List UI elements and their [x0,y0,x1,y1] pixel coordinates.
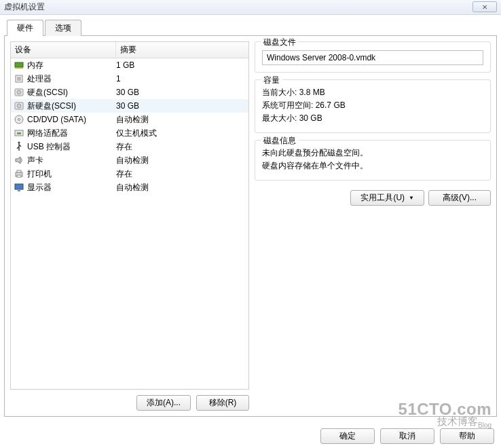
device-row[interactable]: 新硬盘(SCSI)30 GB [11,99,248,113]
device-row[interactable]: 打印机存在 [11,167,248,181]
device-row[interactable]: 硬盘(SCSI)30 GB [11,86,248,99]
svg-rect-0 [15,62,23,67]
svg-point-12 [18,142,20,144]
device-summary: 自动检测 [116,155,246,166]
svg-point-5 [17,90,21,94]
device-summary: 仅主机模式 [116,128,246,139]
tab-hardware[interactable]: 硬件 [7,20,43,36]
cd-icon [14,114,24,125]
advanced-button[interactable]: 高级(V)... [428,190,491,206]
device-name: CD/DVD (SATA) [27,115,116,124]
device-list[interactable]: 设备 摘要 内存1 GB处理器1硬盘(SCSI)30 GB新硬盘(SCSI)30… [10,41,249,390]
disk-file-group: 磁盘文件 [255,41,491,73]
dialog-buttons: 确定 取消 帮助 [320,428,494,444]
close-icon: ✕ [482,3,487,11]
device-name: 显示器 [27,182,116,193]
memory-icon [14,60,24,71]
svg-rect-16 [15,184,23,189]
left-column: 设备 摘要 内存1 GB处理器1硬盘(SCSI)30 GB新硬盘(SCSI)30… [10,41,249,411]
utilities-button[interactable]: 实用工具(U)▼ [350,190,424,206]
device-row[interactable]: 处理器1 [11,72,248,86]
printer-icon [14,168,24,179]
remove-button[interactable]: 移除(R) [196,395,249,411]
disk-info-line2: 硬盘内容存储在单个文件中。 [262,160,483,172]
device-name: USB 控制器 [27,141,116,153]
device-summary: 存在 [116,168,246,180]
svg-point-9 [18,119,20,121]
svg-rect-14 [17,170,21,172]
help-button[interactable]: 帮助 [440,428,494,444]
svg-rect-11 [17,132,21,134]
device-summary: 存在 [116,141,246,153]
disk-icon [14,87,24,98]
window-close-button[interactable]: ✕ [472,1,497,12]
device-row[interactable]: USB 控制器存在 [11,140,248,153]
device-name: 处理器 [27,73,116,85]
cpu-icon [14,73,24,84]
device-list-header: 设备 摘要 [11,42,248,58]
free-space-row: 系统可用空间: 26.7 GB [262,100,483,111]
title-bar: 虚拟机设置 ✕ [0,0,501,15]
display-icon [14,182,24,193]
svg-rect-3 [17,77,21,81]
disk-file-field[interactable] [262,50,483,65]
device-summary: 自动检测 [116,114,246,126]
device-summary: 1 [116,74,246,83]
disk-info-group: 磁盘信息 未向此硬盘预分配磁盘空间。 硬盘内容存储在单个文件中。 [255,140,491,181]
header-device[interactable]: 设备 [11,42,116,58]
settings-panel: 设备 摘要 内存1 GB处理器1硬盘(SCSI)30 GB新硬盘(SCSI)30… [4,35,497,417]
device-name: 硬盘(SCSI) [27,87,116,98]
sound-icon [14,155,24,166]
tab-options[interactable]: 选项 [45,20,81,36]
device-summary: 自动检测 [116,182,246,193]
usb-icon [14,141,24,152]
window-title: 虚拟机设置 [4,1,45,13]
max-size-value: 30 GB [299,113,322,123]
disk-file-label: 磁盘文件 [261,37,299,48]
device-row[interactable]: 网络适配器仅主机模式 [11,126,248,140]
svg-rect-1 [15,67,23,69]
device-name: 内存 [27,60,116,71]
tab-strip: 硬件 选项 [7,19,501,35]
device-row[interactable]: 声卡自动检测 [11,153,248,167]
device-buttons: 添加(A)... 移除(R) [10,395,249,411]
free-space-value: 26.7 GB [316,100,346,110]
svg-rect-17 [18,190,20,191]
device-summary: 1 GB [116,60,246,70]
current-size-value: 3.8 MB [299,88,325,97]
cancel-button[interactable]: 取消 [380,428,434,444]
svg-point-7 [17,104,21,108]
free-space-label: 系统可用空间: [262,100,313,110]
device-name: 打印机 [27,168,116,180]
device-name: 新硬盘(SCSI) [27,100,116,112]
watermark-line2: 技术博客Blog [398,416,491,429]
chevron-down-icon: ▼ [409,195,414,201]
device-summary: 30 GB [116,101,246,111]
svg-rect-15 [17,175,21,177]
device-name: 网络适配器 [27,128,116,139]
right-column: 磁盘文件 容量 当前大小: 3.8 MB 系统可用空间: 26.7 GB 最大大… [255,41,491,411]
max-size-row: 最大大小: 30 GB [262,113,483,124]
device-row[interactable]: CD/DVD (SATA)自动检测 [11,113,248,126]
disk-info-line1: 未向此硬盘预分配磁盘空间。 [262,147,483,159]
current-size-row: 当前大小: 3.8 MB [262,87,483,98]
device-name: 声卡 [27,155,116,166]
header-summary[interactable]: 摘要 [116,42,248,58]
add-button[interactable]: 添加(A)... [136,395,191,411]
device-row[interactable]: 显示器自动检测 [11,181,248,194]
detail-buttons: 实用工具(U)▼ 高级(V)... [255,190,491,206]
device-row[interactable]: 内存1 GB [11,58,248,72]
disk-icon [14,100,24,111]
ok-button[interactable]: 确定 [320,428,375,444]
device-summary: 30 GB [116,88,246,97]
max-size-label: 最大大小: [262,113,297,123]
nic-icon [14,128,24,138]
capacity-label: 容量 [261,75,282,86]
capacity-group: 容量 当前大小: 3.8 MB 系统可用空间: 26.7 GB 最大大小: 30… [255,79,491,133]
disk-info-label: 磁盘信息 [261,135,299,147]
current-size-label: 当前大小: [262,88,297,97]
